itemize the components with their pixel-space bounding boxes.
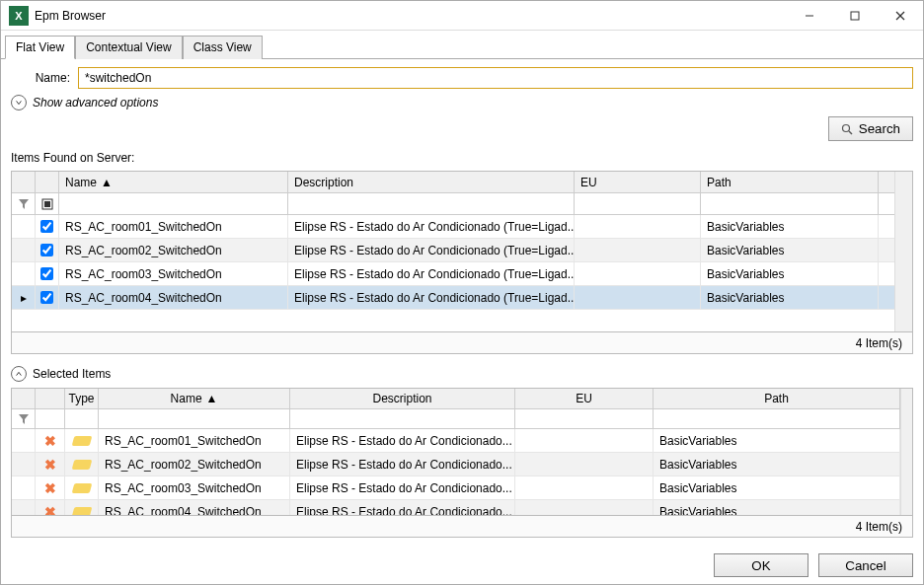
name-input[interactable]	[78, 67, 913, 89]
col-eu[interactable]: EU	[575, 172, 701, 192]
close-button[interactable]	[878, 1, 923, 31]
cell-type	[65, 453, 99, 475]
table-row[interactable]: ✖RS_AC_room01_SwitchedOnElipse RS - Esta…	[12, 429, 900, 453]
scrollbar[interactable]	[894, 172, 912, 331]
cell-eu	[515, 476, 654, 499]
cell-description: Elipse RS - Estado do Ar Condicionado...	[290, 500, 515, 515]
cell-type	[65, 476, 99, 499]
selected-grid-filter-row	[12, 409, 900, 429]
selected-footer-count: 4 Item(s)	[11, 516, 913, 538]
col-delete	[36, 389, 65, 408]
col-name[interactable]: Name▲	[99, 389, 290, 408]
cell-description: Elipse RS - Estado do Ar Condicionado (T…	[288, 215, 575, 238]
filter-icon[interactable]	[12, 409, 36, 428]
ok-button[interactable]: OK	[714, 553, 808, 577]
tab-class-view[interactable]: Class View	[183, 36, 263, 59]
row-checkbox[interactable]	[36, 286, 59, 309]
cell-name: RS_AC_room02_SwitchedOn	[59, 239, 288, 261]
items-grid-header: Name▲ Description EU Path	[12, 172, 894, 193]
cell-description: Elipse RS - Estado do Ar Condicionado...	[290, 429, 515, 452]
table-row[interactable]: ✖RS_AC_room02_SwitchedOnElipse RS - Esta…	[12, 453, 900, 476]
svg-point-4	[842, 124, 849, 131]
search-button-label: Search	[859, 121, 900, 136]
svg-marker-9	[19, 414, 29, 424]
table-row[interactable]: RS_AC_room03_SwitchedOnElipse RS - Estad…	[12, 262, 894, 286]
delete-row-button[interactable]: ✖	[36, 453, 65, 475]
scrollbar[interactable]	[900, 389, 912, 515]
chevron-up-icon	[11, 366, 27, 382]
cell-name: RS_AC_room03_SwitchedOn	[59, 262, 288, 285]
app-icon: X	[9, 6, 29, 26]
selected-grid-wrapper: Type Name▲ Description EU Path	[11, 388, 913, 538]
cell-path: BasicVariables	[654, 476, 900, 499]
items-grid: Name▲ Description EU Path	[11, 171, 913, 332]
col-type[interactable]: Type	[65, 389, 99, 408]
dialog-body: Name: Show advanced options Search Items…	[1, 59, 923, 546]
cell-path: BasicVariables	[701, 239, 879, 261]
window-title: Epm Browser	[35, 9, 787, 23]
col-checkbox	[36, 172, 59, 192]
table-row[interactable]: ▸RS_AC_room04_SwitchedOnElipse RS - Esta…	[12, 286, 894, 310]
advanced-options-label: Show advanced options	[33, 96, 158, 110]
delete-icon: ✖	[44, 504, 56, 515]
cell-name: RS_AC_room02_SwitchedOn	[99, 453, 290, 475]
table-row[interactable]: ✖RS_AC_room04_SwitchedOnElipse RS - Esta…	[12, 500, 900, 515]
cancel-button[interactable]: Cancel	[818, 553, 913, 577]
col-name[interactable]: Name▲	[59, 172, 288, 192]
tab-contextual-view[interactable]: Contextual View	[75, 36, 183, 59]
cell-type	[65, 429, 99, 452]
table-row[interactable]: RS_AC_room01_SwitchedOnElipse RS - Estad…	[12, 215, 894, 239]
cell-description: Elipse RS - Estado do Ar Condicionado (T…	[288, 262, 575, 285]
filter-icon[interactable]	[12, 193, 36, 214]
cell-eu	[575, 215, 701, 238]
row-indicator: ▸	[12, 286, 36, 309]
selected-grid-body: ✖RS_AC_room01_SwitchedOnElipse RS - Esta…	[12, 429, 900, 515]
row-checkbox[interactable]	[36, 262, 59, 285]
cell-description: Elipse RS - Estado do Ar Condicionado...	[290, 476, 515, 499]
advanced-options-toggle[interactable]: Show advanced options	[11, 95, 913, 110]
table-row[interactable]: ✖RS_AC_room03_SwitchedOnElipse RS - Esta…	[12, 476, 900, 500]
items-grid-wrapper: Name▲ Description EU Path	[11, 171, 913, 354]
search-button[interactable]: Search	[828, 116, 913, 141]
search-icon	[841, 123, 853, 135]
cell-name: RS_AC_room01_SwitchedOn	[59, 215, 288, 238]
col-description[interactable]: Description	[288, 172, 575, 192]
cell-path: BasicVariables	[654, 500, 900, 515]
maximize-button[interactable]	[832, 1, 878, 31]
col-path[interactable]: Path	[654, 389, 900, 408]
selected-grid: Type Name▲ Description EU Path	[11, 388, 913, 516]
chevron-down-icon	[11, 95, 27, 110]
row-indicator	[12, 476, 36, 499]
col-path[interactable]: Path	[701, 172, 879, 192]
row-indicator	[12, 429, 36, 452]
name-row: Name:	[11, 67, 913, 89]
delete-row-button[interactable]: ✖	[36, 429, 65, 452]
row-indicator	[12, 453, 36, 475]
row-checkbox[interactable]	[36, 215, 59, 238]
delete-row-button[interactable]: ✖	[36, 500, 65, 515]
cell-path: BasicVariables	[654, 453, 900, 475]
sort-asc-icon: ▲	[101, 176, 113, 189]
svg-marker-6	[19, 199, 29, 209]
row-checkbox[interactable]	[36, 239, 59, 261]
selected-items-toggle[interactable]: Selected Items	[11, 366, 913, 382]
col-description[interactable]: Description	[290, 389, 515, 408]
tab-flat-view[interactable]: Flat View	[5, 36, 75, 59]
delete-icon: ✖	[44, 480, 56, 496]
select-all-checkbox[interactable]	[36, 193, 59, 214]
col-row-indicator	[12, 389, 36, 408]
svg-rect-1	[851, 12, 859, 20]
cell-eu	[515, 429, 654, 452]
tab-bar: Flat View Contextual View Class View	[1, 31, 923, 59]
cell-description: Elipse RS - Estado do Ar Condicionado...	[290, 453, 515, 475]
table-row[interactable]: RS_AC_room02_SwitchedOnElipse RS - Estad…	[12, 239, 894, 262]
col-row-indicator	[12, 172, 36, 192]
delete-icon: ✖	[44, 433, 56, 449]
cell-eu	[515, 453, 654, 475]
items-found-label: Items Found on Server:	[11, 151, 913, 165]
name-label: Name:	[11, 71, 70, 85]
cell-eu	[515, 500, 654, 515]
delete-row-button[interactable]: ✖	[36, 476, 65, 499]
col-eu[interactable]: EU	[515, 389, 654, 408]
minimize-button[interactable]	[787, 1, 832, 31]
